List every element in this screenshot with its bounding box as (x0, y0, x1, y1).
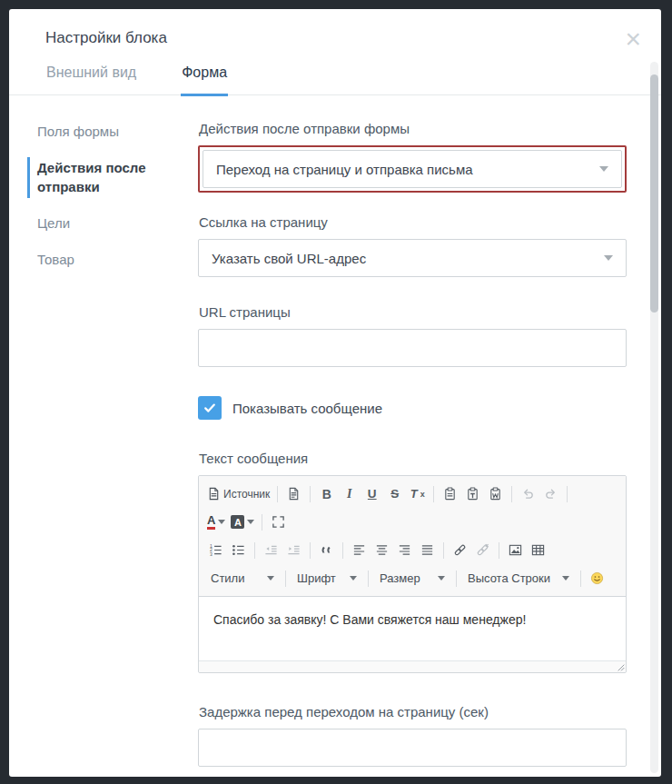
show-message-checkbox[interactable] (198, 396, 222, 420)
chevron-down-icon (350, 576, 357, 581)
toolbar-separator (443, 542, 444, 559)
block-settings-modal: Настройки блока × Внешний вид Форма Поля… (9, 9, 661, 777)
page-link-value: Указать свой URL-адрес (212, 251, 366, 266)
editor-toolbar: Источник B I U S Tx (199, 476, 626, 597)
toolbar-separator (368, 571, 369, 587)
undo-button[interactable] (517, 483, 539, 505)
remove-format-button[interactable]: Tx (406, 483, 429, 505)
align-center-button[interactable] (371, 540, 393, 561)
blockquote-button[interactable] (315, 540, 338, 561)
toolbar-separator (254, 542, 255, 559)
align-right-button[interactable] (393, 540, 416, 561)
outdent-button[interactable] (260, 540, 282, 561)
underline-button[interactable]: U (361, 483, 383, 505)
text-color-icon: A (207, 514, 215, 530)
table-button[interactable] (527, 540, 549, 561)
page-link-select[interactable]: Указать свой URL-адрес (198, 239, 627, 277)
italic-button[interactable]: I (338, 483, 361, 505)
bold-button[interactable]: B (315, 483, 338, 505)
font-size-dropdown[interactable]: Размер (373, 568, 451, 590)
tab-bar: Внешний вид Форма (9, 53, 661, 95)
after-submit-action-label: Действия после отправки формы (199, 121, 627, 136)
modal-scrollbar-track[interactable] (650, 62, 658, 773)
bullet-list-button[interactable] (227, 540, 250, 561)
redo-button[interactable] (539, 483, 562, 505)
font-dropdown[interactable]: Шрифт (291, 568, 363, 590)
toolbar-separator (511, 486, 512, 502)
image-icon (509, 543, 522, 557)
table-icon (531, 543, 545, 557)
maximize-button[interactable] (267, 511, 290, 533)
chevron-down-icon (604, 255, 613, 261)
sidebar: Поля формы Действия после отправки Цели … (9, 121, 171, 777)
indent-button[interactable] (282, 540, 305, 561)
tab-appearance[interactable]: Внешний вид (45, 53, 137, 94)
text-color-button[interactable]: A (204, 511, 228, 533)
outdent-icon (264, 543, 278, 557)
paste-button[interactable] (439, 483, 461, 505)
paste-word-button[interactable] (484, 483, 507, 505)
delay-section: Задержка перед переходом на страницу (се… (198, 704, 627, 767)
numbered-list-button[interactable]: 123 (204, 540, 227, 561)
toolbar-separator (310, 486, 311, 502)
clipboard-icon (443, 487, 457, 501)
show-message-label: Показывать сообщение (232, 401, 382, 416)
toolbar-row-3: 123 (204, 536, 620, 564)
smiley-icon (590, 571, 604, 585)
align-left-button[interactable] (348, 540, 371, 561)
sidebar-item-goals[interactable]: Цели (27, 213, 171, 234)
strikethrough-button[interactable]: S (383, 483, 406, 505)
toolbar-separator (499, 542, 499, 559)
styles-dropdown[interactable]: Стили (204, 568, 281, 590)
line-height-dropdown[interactable]: Высота Строки (461, 568, 576, 590)
sidebar-item-product[interactable]: Товар (27, 249, 171, 271)
toolbar-separator (277, 486, 278, 502)
templates-button[interactable] (282, 483, 305, 505)
after-submit-action-value: Переход на страницу и отправка письма (216, 162, 473, 177)
align-center-icon (375, 543, 389, 557)
indent-icon (287, 543, 301, 557)
maximize-icon (272, 515, 285, 529)
chevron-down-icon (247, 520, 254, 524)
link-button[interactable] (449, 540, 471, 561)
document-icon (287, 487, 301, 501)
unlink-icon (476, 543, 489, 557)
align-justify-button[interactable] (416, 540, 439, 561)
page-url-label: URL страницы (199, 304, 627, 320)
unlink-button[interactable] (471, 540, 494, 561)
svg-text:3: 3 (210, 551, 212, 557)
toolbar-separator (310, 542, 311, 559)
align-left-icon (352, 543, 366, 557)
source-icon (207, 487, 221, 501)
clipboard-word-icon (489, 487, 502, 501)
paste-text-button[interactable] (461, 483, 484, 505)
toolbar-separator (285, 571, 286, 587)
align-justify-icon (420, 543, 434, 557)
show-message-row: Показывать сообщение (198, 396, 627, 420)
toolbar-separator (262, 514, 262, 531)
sidebar-item-after-submit-actions[interactable]: Действия после отправки (27, 157, 171, 198)
modal-header: Настройки блока × (9, 9, 661, 53)
tab-form[interactable]: Форма (181, 53, 228, 94)
chevron-down-icon (438, 576, 445, 581)
resize-handle[interactable] (615, 661, 626, 672)
message-text: Спасибо за заявку! С Вами свяжется наш м… (213, 612, 526, 627)
image-button[interactable] (504, 540, 527, 561)
delay-input[interactable] (198, 729, 627, 767)
smiley-button[interactable] (586, 568, 608, 590)
bullet-list-icon (232, 543, 245, 557)
modal-scrollbar-thumb[interactable] (650, 74, 658, 313)
sidebar-item-form-fields[interactable]: Поля формы (27, 121, 171, 143)
chevron-down-icon (599, 166, 608, 172)
toolbar-separator (433, 486, 434, 502)
chevron-down-icon (218, 520, 225, 524)
settings-panel: Действия после отправки формы Переход на… (171, 121, 661, 777)
editor-content-area[interactable]: Спасибо за заявку! С Вами свяжется наш м… (199, 597, 626, 660)
blockquote-icon (320, 543, 333, 557)
align-right-icon (398, 543, 411, 557)
background-color-button[interactable]: A (228, 511, 257, 533)
page-url-input[interactable] (198, 329, 627, 367)
after-submit-action-select[interactable]: Переход на страницу и отправка письма (203, 150, 622, 188)
close-icon[interactable]: × (625, 29, 641, 49)
source-button[interactable]: Источник (204, 483, 272, 505)
